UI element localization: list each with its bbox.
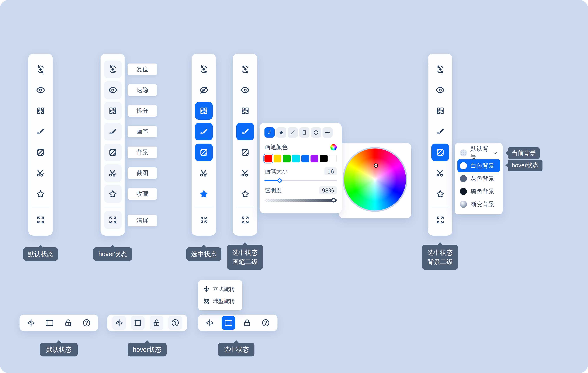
tool-help[interactable] [259, 316, 273, 330]
menu-item-black-background[interactable]: 黑色背景 [457, 185, 500, 198]
arrow-icon [325, 130, 331, 135]
menu-item-white-background[interactable]: 白色背景 [457, 159, 500, 172]
tool-screenshot[interactable] [195, 164, 213, 182]
tool-screenshot[interactable] [32, 164, 49, 182]
hue-cursor[interactable] [374, 164, 378, 168]
color-swatch-purple[interactable] [311, 155, 318, 162]
tool-split[interactable] [431, 102, 449, 120]
tool-background[interactable] [431, 143, 449, 161]
toolbar-divider [104, 207, 121, 207]
color-swatch-red[interactable] [264, 155, 272, 162]
tool-pen[interactable] [264, 127, 275, 138]
tool-brush[interactable] [195, 123, 213, 140]
brush-size-slider[interactable] [264, 180, 337, 181]
lock-open-icon [64, 318, 73, 328]
tool-quick-hide[interactable] [195, 81, 213, 99]
tool-quick-hide[interactable] [431, 81, 449, 99]
menu-item-sphere-rotate[interactable]: 球型旋转 [198, 297, 242, 305]
tool-favorite[interactable] [104, 185, 122, 203]
expand-icon [435, 215, 445, 225]
tool-quick-hide[interactable] [236, 81, 254, 99]
tool-favorite[interactable] [431, 185, 449, 203]
tool-lock[interactable] [150, 316, 163, 330]
default-background-swatch [460, 149, 467, 156]
tool-background[interactable] [32, 143, 49, 161]
tool-screenshot[interactable] [104, 164, 122, 182]
tool-split[interactable] [236, 102, 254, 120]
menu-item-gradient-background[interactable]: 渐变背景 [457, 198, 500, 211]
scissors-icon [36, 168, 45, 178]
color-swatch-cyan[interactable] [292, 155, 300, 162]
tool-screenshot[interactable] [236, 164, 254, 182]
scissors-icon [435, 168, 445, 178]
tool-rotate[interactable] [203, 316, 217, 330]
tool-reset[interactable] [236, 61, 254, 78]
tool-fullscreen[interactable] [104, 211, 122, 229]
eraser-icon [278, 130, 284, 135]
tool-favorite[interactable] [195, 185, 213, 203]
color-swatch-yellow[interactable] [274, 155, 281, 162]
opacity-value: 98% [319, 186, 337, 194]
tool-lock[interactable] [240, 316, 254, 330]
menu-item-default-background[interactable]: 默认背景 [457, 146, 500, 159]
tool-eraser[interactable] [276, 127, 286, 138]
menu-item-label: 默认背景 [471, 145, 490, 161]
background-icon [36, 147, 45, 157]
slider-handle[interactable] [277, 178, 282, 183]
tool-screenshot[interactable] [431, 164, 449, 182]
color-swatch-green[interactable] [283, 155, 291, 162]
tool-line[interactable] [288, 127, 298, 138]
tool-brush[interactable] [104, 123, 122, 140]
tool-reset[interactable] [431, 61, 449, 78]
tool-background[interactable] [104, 143, 122, 161]
tool-reset[interactable] [195, 61, 213, 78]
tool-brush[interactable] [431, 123, 449, 140]
color-wheel-button[interactable] [330, 144, 337, 150]
menu-item-gray-background[interactable]: 灰色背景 [457, 172, 500, 185]
tool-ellipse[interactable] [311, 127, 321, 138]
caption-selected-state: 选中状态 [218, 343, 254, 356]
tooltip-screenshot: 截图 [127, 167, 157, 179]
tool-quick-hide[interactable] [104, 81, 122, 99]
tool-transform[interactable] [43, 316, 56, 330]
tool-favorite[interactable] [236, 185, 254, 203]
opacity-handle[interactable] [331, 198, 336, 203]
tool-help[interactable] [168, 316, 182, 330]
tool-fullscreen[interactable] [431, 211, 449, 229]
tool-exit-fullscreen[interactable] [195, 211, 213, 229]
eye-off-icon [199, 85, 209, 95]
menu-item-vertical-rotate[interactable]: 立式旋转 [198, 285, 242, 293]
tool-transform[interactable] [131, 316, 145, 330]
tool-arrow[interactable] [323, 127, 333, 138]
color-swatch-white[interactable] [329, 155, 337, 162]
caption-text: 默认状态 [46, 345, 72, 354]
toolbar-vertical-hover [101, 54, 125, 236]
tool-split[interactable] [32, 102, 49, 120]
tool-rectangle[interactable] [299, 127, 309, 138]
tool-rotate[interactable] [24, 316, 38, 330]
tool-lock[interactable] [61, 316, 75, 330]
tool-transform[interactable] [221, 316, 235, 330]
tool-background[interactable] [195, 143, 213, 161]
tool-quick-hide[interactable] [32, 81, 49, 99]
color-swatch-blue[interactable] [301, 155, 309, 162]
tool-reset[interactable] [104, 61, 122, 78]
transform-frame-icon [224, 318, 233, 328]
hue-wheel[interactable] [343, 147, 407, 212]
background-icon [435, 147, 445, 157]
tool-split[interactable] [104, 102, 122, 120]
tool-fullscreen[interactable] [32, 211, 49, 229]
scissors-icon [240, 168, 250, 178]
tool-favorite[interactable] [32, 185, 49, 203]
tool-brush[interactable] [236, 123, 254, 140]
tool-help[interactable] [80, 316, 94, 330]
tool-background[interactable] [236, 143, 254, 161]
opacity-slider[interactable] [264, 199, 337, 202]
color-swatch-black[interactable] [320, 155, 327, 162]
tool-split[interactable] [195, 102, 213, 120]
tool-fullscreen[interactable] [236, 211, 254, 229]
tool-brush[interactable] [32, 123, 49, 140]
tool-rotate[interactable] [112, 316, 126, 330]
tool-reset[interactable] [32, 61, 49, 78]
toolbar-vertical-background-secondary [428, 54, 452, 236]
